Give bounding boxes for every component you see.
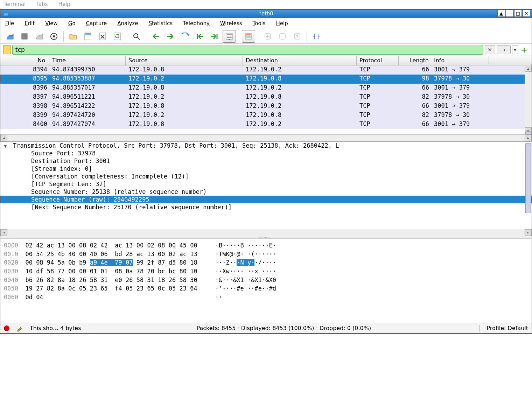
clear-filter-button[interactable]: ✕ (485, 45, 495, 54)
minimize-button[interactable]: – (506, 10, 513, 17)
packet-row[interactable]: 839694.885357017172.19.0.8172.19.0.2TCP6… (0, 84, 532, 93)
menu-help-top[interactable]: Help (58, 1, 70, 8)
apply-filter-button[interactable]: → (497, 45, 511, 54)
packet-row[interactable]: 839594.885353887172.19.0.2172.19.0.8TCP9… (0, 75, 532, 84)
packet-hscroll[interactable]: ◂▸ (0, 134, 532, 141)
detail-line[interactable]: [TCP Segment Len: 32] (0, 180, 532, 188)
go-forward-button[interactable] (164, 30, 177, 43)
menu-tools[interactable]: Tools (253, 20, 266, 27)
wireshark-window: *eth0 ▲ – □ ✕ File Edit View Go Capture … (0, 9, 532, 334)
svg-text:−: − (280, 33, 285, 39)
capture-options-button[interactable] (47, 30, 61, 43)
pane-resizer[interactable]: ⋯⋯⋯ (0, 236, 532, 239)
menu-analyze[interactable]: Analyze (117, 20, 138, 27)
detail-line[interactable]: [Stream index: 0] (0, 165, 532, 173)
stop-capture-button[interactable] (18, 30, 31, 43)
details-vscroll[interactable] (525, 143, 531, 213)
svg-rect-13 (245, 34, 252, 39)
bookmark-icon[interactable] (3, 45, 11, 54)
packet-row[interactable]: 839494.874399750172.19.0.8172.19.0.2TCP6… (0, 65, 532, 75)
zoom-in-button[interactable]: + (261, 30, 274, 43)
detail-line[interactable]: [Next Sequence Number: 25170 (relative s… (0, 203, 532, 211)
statusbar: This sho… 4 bytes Packets: 8455 · Displa… (0, 323, 532, 333)
menu-tabs[interactable]: Tabs (36, 1, 48, 8)
detail-line[interactable]: Sequence Number (raw): 2840492295 (0, 196, 532, 203)
menu-view[interactable]: View (45, 20, 58, 27)
desktop-menubar: Terminal Tabs Help (0, 0, 532, 9)
detail-line[interactable]: Sequence Number: 25138 (relative sequenc… (0, 188, 532, 196)
col-source[interactable]: Source (126, 56, 243, 65)
col-length[interactable]: Length (399, 56, 431, 65)
svg-line-8 (138, 37, 140, 40)
roll-up-button[interactable]: ▲ (497, 10, 505, 17)
autoscroll-button[interactable] (223, 30, 236, 43)
packet-row[interactable]: 840094.897427074172.19.0.8172.19.0.2TCP6… (0, 120, 532, 129)
packet-row[interactable]: 839794.896511221172.19.0.2172.19.0.8TCP8… (0, 93, 532, 102)
tree-expander-icon[interactable]: ▼ (4, 143, 7, 149)
zoom-reset-button[interactable]: 1 (290, 30, 304, 43)
maximize-button[interactable]: □ (514, 10, 522, 17)
display-filter-input[interactable] (12, 45, 483, 55)
add-filter-button[interactable]: + (520, 46, 529, 54)
menu-statistics[interactable]: Statistics (148, 20, 173, 27)
menu-capture[interactable]: Capture (86, 20, 107, 27)
detail-line[interactable]: [Conversation completeness: Incomplete (… (0, 173, 532, 180)
edit-icon[interactable] (16, 325, 23, 331)
go-last-button[interactable] (208, 30, 221, 43)
packet-list[interactable]: 839494.874399750172.19.0.8172.19.0.2TCP6… (0, 65, 532, 134)
menubar: File Edit View Go Capture Analyze Statis… (0, 18, 532, 29)
svg-rect-0 (22, 34, 27, 39)
packet-details-pane[interactable]: ▼ Transmission Control Protocol, Src Por… (0, 141, 532, 236)
expert-info-icon[interactable] (4, 326, 9, 331)
filter-bar: ✕ → ▾ + (0, 44, 532, 56)
status-left: This sho… 4 bytes (30, 325, 81, 331)
reload-button[interactable] (111, 30, 124, 43)
close-file-button[interactable] (96, 30, 109, 43)
filter-history-button[interactable]: ▾ (512, 45, 518, 54)
packet-list-pane: No. Time Source Destination Protocol Len… (0, 56, 532, 141)
open-file-button[interactable] (66, 30, 80, 43)
app-icon (2, 10, 9, 17)
col-info[interactable]: Info (431, 56, 489, 65)
menu-telephony[interactable]: Telephony (183, 20, 210, 27)
detail-header[interactable]: Transmission Control Protocol, Src Port:… (0, 142, 532, 149)
menu-edit[interactable]: Edit (24, 20, 35, 27)
close-button[interactable]: ✕ (523, 10, 530, 17)
save-file-button[interactable] (81, 30, 94, 43)
details-hscroll[interactable]: ◂▸ (0, 229, 532, 236)
start-capture-button[interactable] (3, 30, 16, 43)
packet-list-header: No. Time Source Destination Protocol Len… (0, 56, 532, 65)
status-profile[interactable]: Profile: Default (486, 325, 528, 331)
svg-text:1: 1 (296, 34, 299, 39)
svg-point-7 (134, 34, 138, 38)
col-destination[interactable]: Destination (243, 56, 357, 65)
svg-rect-4 (85, 33, 91, 35)
packet-row[interactable]: 839994.897424720172.19.0.2172.19.0.8TCP8… (0, 111, 532, 120)
window-title: *eth0 (0, 10, 532, 17)
restart-capture-button[interactable] (33, 30, 46, 43)
go-first-button[interactable] (193, 30, 206, 43)
find-button[interactable] (130, 30, 143, 43)
menu-file[interactable]: File (5, 20, 14, 27)
status-mid: Packets: 8455 · Displayed: 8453 (100.0%)… (95, 325, 472, 331)
titlebar: *eth0 ▲ – □ ✕ (0, 9, 532, 18)
jump-to-button[interactable] (178, 30, 192, 43)
col-time[interactable]: Time (49, 56, 126, 65)
detail-line[interactable]: Destination Port: 3001 (0, 157, 532, 165)
detail-line[interactable]: Source Port: 37978 (0, 149, 532, 157)
packet-vscroll[interactable]: ▴ ▾ (525, 65, 532, 134)
colorize-button[interactable] (242, 30, 255, 43)
resize-columns-button[interactable] (310, 30, 323, 43)
packet-row[interactable]: 839894.896514222172.19.0.8172.19.0.2TCP6… (0, 102, 532, 111)
col-no[interactable]: No. (0, 56, 49, 65)
menu-help[interactable]: Help (276, 20, 288, 27)
col-protocol[interactable]: Protocol (357, 56, 399, 65)
svg-rect-9 (226, 33, 232, 40)
menu-terminal[interactable]: Terminal (4, 1, 26, 8)
menu-wireless[interactable]: Wireless (220, 20, 242, 27)
svg-point-2 (53, 35, 55, 37)
go-back-button[interactable] (149, 30, 162, 43)
zoom-out-button[interactable]: − (276, 30, 289, 43)
packet-bytes-pane[interactable]: 0000 02 42 ac 13 00 08 02 42 ac 13 00 02… (0, 239, 532, 323)
menu-go[interactable]: Go (68, 20, 76, 27)
